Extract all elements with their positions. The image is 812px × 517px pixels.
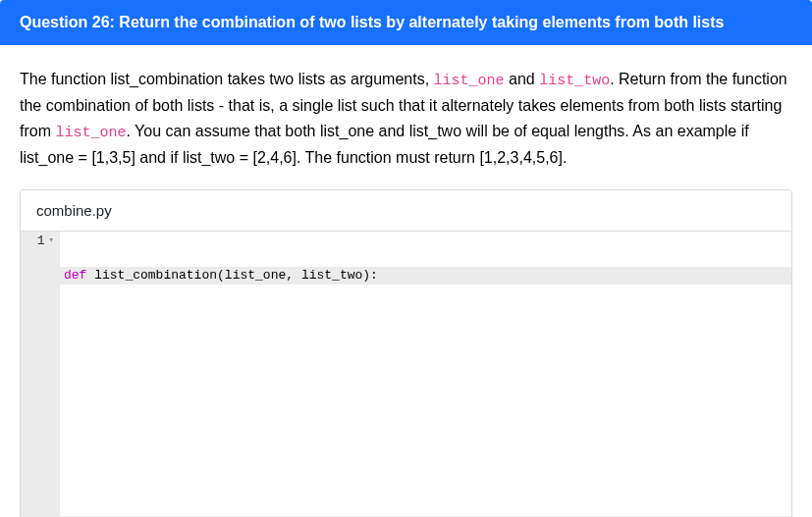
token-param-2: list_two xyxy=(301,268,362,283)
line-number-1: 1 xyxy=(37,233,45,250)
fold-icon[interactable]: ▾ xyxy=(49,232,54,249)
token-comma: , xyxy=(286,268,301,283)
desc-text-4: . You can assume that both list_one and … xyxy=(20,123,749,166)
code-editor-card: combine.py 1 ▾ def list_combination(list… xyxy=(20,189,792,517)
question-header: Question 26: Return the combination of t… xyxy=(0,0,812,45)
editor-filename: combine.py xyxy=(36,202,112,219)
desc-text-1: The function list_combination takes two … xyxy=(20,71,434,87)
token-function-name: list_combination xyxy=(86,268,217,283)
code-line-1[interactable]: def list_combination(list_one, list_two)… xyxy=(60,267,791,284)
token-param-1: list_one xyxy=(225,268,286,283)
question-title: Question 26: Return the combination of t… xyxy=(20,14,724,30)
desc-text-2: and xyxy=(505,71,540,87)
editor-gutter: 1 ▾ xyxy=(21,232,60,516)
question-description: The function list_combination takes two … xyxy=(0,45,812,189)
code-editor[interactable]: 1 ▾ def list_combination(list_one, list_… xyxy=(21,232,791,516)
desc-code-1: list_one xyxy=(434,73,505,89)
token-paren-close: ): xyxy=(362,268,378,283)
desc-code-2: list_two xyxy=(539,73,610,89)
token-keyword: def xyxy=(64,268,86,283)
desc-code-3: list_one xyxy=(55,125,126,141)
gutter-line-1: 1 ▾ xyxy=(27,233,54,250)
token-paren-open: ( xyxy=(217,268,225,283)
code-content[interactable]: def list_combination(list_one, list_two)… xyxy=(60,232,791,516)
editor-tab[interactable]: combine.py xyxy=(21,190,791,232)
